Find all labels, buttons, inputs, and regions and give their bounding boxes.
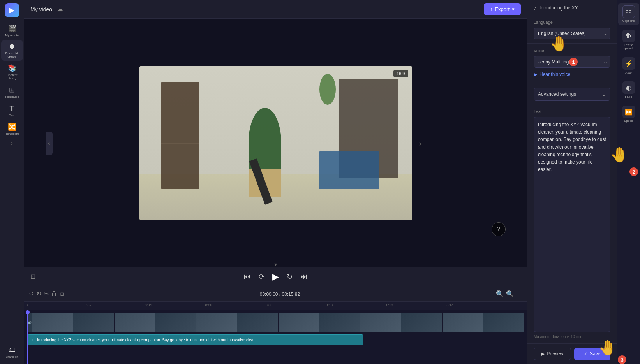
sidebar: ▶ 🎬 My media ⏺ Record & create 📚 Content… [0,0,24,364]
video-right-expand[interactable]: › [419,139,422,148]
save-check-icon: ✓ [584,351,588,357]
sidebar-item-transitions-label: Transitions [4,132,19,135]
text-speech-label: Text to speech [621,43,637,50]
music-note-icon: ♪ [534,5,536,11]
text-input[interactable]: Introducing the XYZ vacuum cleaner, your… [534,117,610,332]
ruler-mark-7: 0:14 [446,303,453,307]
captions-label: Captions [622,19,635,23]
audio-track-text: Introducing the XYZ vacuum cleaner, your… [37,338,253,342]
ruler-mark-4: 0:08 [266,303,273,307]
speed-item[interactable]: ⏩ Speed [618,103,639,125]
redo-button[interactable]: ↻ [36,290,41,297]
save-button[interactable]: ✓ Save [574,348,611,360]
panel-footer: ▶ Preview ✓ Save [527,343,617,364]
sidebar-item-brand-kit[interactable]: 🏷 Brand kit [1,344,23,361]
sidebar-item-text-label: Text [9,114,15,117]
ruler-mark-1: 0:02 [85,303,92,307]
voice-select-wrapper[interactable]: Jenny Multilingual ⌄ [534,56,610,68]
auto-icon: ⚡ [622,57,635,70]
templates-icon: ⊞ [9,86,15,94]
timeline-collapse-arrow[interactable]: ▾ [274,261,277,267]
video-track-row: 🔊 [27,313,524,333]
brand-kit-icon: 🏷 [9,346,16,354]
sidebar-item-record-create-label: Record & create [3,51,21,58]
video-ratio-badge: 16:9 [393,70,408,77]
ruler-mark-0: 0 [26,303,28,307]
far-right-panel: CC Captions 🗣 Text to speech ⚡ Auto ◐ Fa… [617,0,640,364]
delete-button[interactable]: 🗑 [51,290,57,297]
fade-icon: ◐ [622,81,635,94]
play-pause-button[interactable]: ▶ [272,272,279,282]
fast-forward-button[interactable]: ↻ [287,273,293,281]
undo-button[interactable]: ↺ [29,290,34,297]
advanced-settings-toggle[interactable]: Advanced settings ⌄ [534,88,610,101]
rewind-button[interactable]: ⟳ [259,273,264,281]
video-controls: ⊡ ⏮ ⟳ ▶ ↻ ⏭ ⛶ [24,267,527,286]
sidebar-item-my-media[interactable]: 🎬 My media [1,22,23,39]
language-section: Language English (United States) ⌄ [527,15,617,44]
sidebar-item-my-media-label: My media [5,33,19,37]
hear-voice-button[interactable]: ▶ Hear this voice [534,69,570,80]
preview-button[interactable]: ▶ Preview [534,348,571,360]
video-area: ‹ [24,19,527,267]
auto-item[interactable]: ⚡ Auto [618,55,639,77]
advanced-settings-chevron-icon: ⌄ [601,91,606,97]
record-create-icon: ⏺ [9,42,16,51]
voice-chevron-icon: ⌄ [603,59,607,65]
fade-label: Fade [625,95,632,98]
my-media-icon: 🎬 [8,24,16,33]
cut-button[interactable]: ✂ [44,290,49,297]
video-frame: 16:9 [139,66,412,220]
main-area: My video ☁ ↑ Export ▾ ‹ [24,0,527,364]
language-select[interactable]: English (United States) ⌄ [534,28,610,39]
sidebar-item-content-library[interactable]: 📚 Content library [1,62,23,83]
sidebar-item-record-create[interactable]: ⏺ Record & create [1,40,23,61]
text-label: Text [534,109,610,114]
text-speech-item[interactable]: 🗣 Text to speech [618,27,639,53]
language-select-wrapper[interactable]: English (United States) ⌄ [534,28,610,39]
export-icon: ↑ [490,6,493,12]
timeline: ↺ ↻ ✂ 🗑 ⧉ 00:00.00 / 00:15.82 🔍 🔍 ⛶ 0 0:… [24,286,527,364]
zoom-in-button[interactable]: 🔍 [506,290,514,297]
video-track[interactable]: 🔊 [27,313,524,332]
left-collapse-handle[interactable]: ‹ [46,132,53,155]
sidebar-item-templates-label: Templates [5,95,19,98]
fit-view-button[interactable]: ⛶ [516,290,522,297]
advanced-settings-label: Advanced settings [538,91,576,97]
voice-section: Voice Jenny Multilingual ⌄ ▶ Hear this v… [527,44,617,84]
fullscreen-button[interactable]: ⛶ [515,273,521,280]
zoom-out-button[interactable]: 🔍 [496,290,504,297]
speed-label: Speed [624,119,633,123]
help-button[interactable]: ? [492,222,506,236]
video-container: 16:9 › [139,66,412,220]
voice-label: Voice [534,48,610,53]
skip-to-start-button[interactable]: ⏮ [244,273,251,281]
audio-track[interactable]: ⏸ Introducing the XYZ vacuum cleaner, yo… [27,334,363,345]
track-name: Introducing the XY... [540,5,610,11]
captions-item[interactable]: CC Captions [618,3,639,25]
duplicate-button[interactable]: ⧉ [60,290,64,297]
topbar-title: My video [30,6,52,12]
sidebar-item-content-library-label: Content library [3,73,21,80]
text-icon: T [9,104,14,113]
video-scene [139,66,412,220]
voice-select[interactable]: Jenny Multilingual ⌄ [534,56,610,68]
ruler-mark-3: 0:06 [205,303,212,307]
sidebar-item-text[interactable]: T Text [1,102,23,120]
preview-play-icon: ▶ [541,351,545,357]
sidebar-item-templates[interactable]: ⊞ Templates [1,83,23,101]
fade-item[interactable]: ◐ Fade [618,79,639,101]
subtitle-toggle-button[interactable]: ⊡ [30,273,35,280]
sidebar-expand-arrow[interactable]: › [11,140,13,146]
right-panel: ♪ Introducing the XY... Language English… [527,0,617,364]
timeline-tracks: 🔊 [24,310,527,364]
speed-icon: ⏩ [622,106,635,118]
export-chevron-icon: ▾ [512,6,515,12]
auto-label: Auto [625,71,631,74]
captions-icon: CC [622,5,635,18]
ruler-mark-2: 0:04 [145,303,152,307]
export-button[interactable]: ↑ Export ▾ [484,3,521,15]
skip-to-end-button[interactable]: ⏭ [300,273,307,281]
sidebar-item-transitions[interactable]: 🔀 Transitions [1,120,23,138]
app-logo[interactable]: ▶ [5,3,19,17]
